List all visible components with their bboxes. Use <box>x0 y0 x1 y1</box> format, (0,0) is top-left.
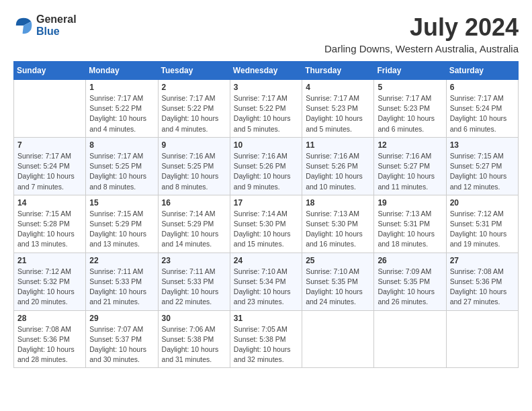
header-cell-monday: Monday <box>86 62 158 80</box>
day-number: 12 <box>378 140 442 150</box>
day-number: 29 <box>89 314 154 323</box>
day-info: Sunrise: 7:07 AMSunset: 5:37 PMDaylight:… <box>89 324 154 365</box>
day-info: Sunrise: 7:08 AMSunset: 5:36 PMDaylight:… <box>17 324 82 365</box>
calendar-cell <box>374 310 446 368</box>
day-number: 10 <box>234 140 298 150</box>
day-info: Sunrise: 7:17 AMSunset: 5:25 PMDaylight:… <box>89 151 154 192</box>
location-title: Darling Downs, Western Australia, Austra… <box>324 43 519 54</box>
calendar-cell: 9Sunrise: 7:16 AMSunset: 5:25 PMDaylight… <box>158 137 230 195</box>
header-cell-wednesday: Wednesday <box>230 62 302 80</box>
day-number: 30 <box>162 314 226 323</box>
day-info: Sunrise: 7:17 AMSunset: 5:24 PMDaylight:… <box>450 93 515 134</box>
day-info: Sunrise: 7:05 AMSunset: 5:38 PMDaylight:… <box>234 324 298 365</box>
day-number: 20 <box>450 198 515 208</box>
day-number: 11 <box>306 140 370 150</box>
day-info: Sunrise: 7:17 AMSunset: 5:23 PMDaylight:… <box>378 93 442 134</box>
calendar-cell: 23Sunrise: 7:11 AMSunset: 5:33 PMDayligh… <box>158 253 230 310</box>
day-info: Sunrise: 7:13 AMSunset: 5:31 PMDaylight:… <box>378 209 442 250</box>
calendar-cell: 1Sunrise: 7:17 AMSunset: 5:22 PMDaylight… <box>86 80 158 138</box>
calendar-cell: 31Sunrise: 7:05 AMSunset: 5:38 PMDayligh… <box>230 310 302 368</box>
calendar-cell: 17Sunrise: 7:14 AMSunset: 5:30 PMDayligh… <box>230 195 302 253</box>
day-info: Sunrise: 7:17 AMSunset: 5:24 PMDaylight:… <box>17 151 82 192</box>
header-cell-sunday: Sunday <box>14 62 86 80</box>
calendar-cell: 12Sunrise: 7:16 AMSunset: 5:27 PMDayligh… <box>374 137 446 195</box>
day-number: 7 <box>17 140 82 150</box>
calendar-cell: 2Sunrise: 7:17 AMSunset: 5:22 PMDaylight… <box>158 80 230 138</box>
day-info: Sunrise: 7:08 AMSunset: 5:36 PMDaylight:… <box>450 267 515 308</box>
day-number: 1 <box>89 83 154 92</box>
day-info: Sunrise: 7:12 AMSunset: 5:32 PMDaylight:… <box>17 267 82 308</box>
week-row-1: 7Sunrise: 7:17 AMSunset: 5:24 PMDaylight… <box>14 137 519 195</box>
week-row-2: 14Sunrise: 7:15 AMSunset: 5:28 PMDayligh… <box>14 195 519 253</box>
calendar-cell: 16Sunrise: 7:14 AMSunset: 5:29 PMDayligh… <box>158 195 230 253</box>
logo-icon <box>13 15 34 36</box>
week-row-0: 1Sunrise: 7:17 AMSunset: 5:22 PMDaylight… <box>14 80 519 138</box>
day-info: Sunrise: 7:17 AMSunset: 5:23 PMDaylight:… <box>306 93 370 134</box>
logo: General Blue <box>13 13 77 38</box>
calendar-cell: 8Sunrise: 7:17 AMSunset: 5:25 PMDaylight… <box>86 137 158 195</box>
calendar-cell <box>446 310 518 368</box>
calendar-cell: 5Sunrise: 7:17 AMSunset: 5:23 PMDaylight… <box>374 80 446 138</box>
day-info: Sunrise: 7:11 AMSunset: 5:33 PMDaylight:… <box>89 267 154 308</box>
calendar-cell: 24Sunrise: 7:10 AMSunset: 5:34 PMDayligh… <box>230 253 302 310</box>
day-info: Sunrise: 7:14 AMSunset: 5:29 PMDaylight:… <box>162 209 226 250</box>
header-cell-friday: Friday <box>374 62 446 80</box>
logo-text: General Blue <box>36 13 77 38</box>
calendar-cell: 20Sunrise: 7:12 AMSunset: 5:31 PMDayligh… <box>446 195 518 253</box>
day-info: Sunrise: 7:15 AMSunset: 5:27 PMDaylight:… <box>450 151 515 192</box>
day-info: Sunrise: 7:11 AMSunset: 5:33 PMDaylight:… <box>162 267 226 308</box>
calendar-cell: 13Sunrise: 7:15 AMSunset: 5:27 PMDayligh… <box>446 137 518 195</box>
calendar-header: SundayMondayTuesdayWednesdayThursdayFrid… <box>14 62 519 80</box>
calendar-cell: 15Sunrise: 7:15 AMSunset: 5:29 PMDayligh… <box>86 195 158 253</box>
day-number: 28 <box>17 314 82 323</box>
page-header: General Blue July 2024 Darling Downs, We… <box>13 13 519 54</box>
calendar-cell: 27Sunrise: 7:08 AMSunset: 5:36 PMDayligh… <box>446 253 518 310</box>
calendar-cell: 3Sunrise: 7:17 AMSunset: 5:22 PMDaylight… <box>230 80 302 138</box>
calendar-body: 1Sunrise: 7:17 AMSunset: 5:22 PMDaylight… <box>14 80 519 368</box>
day-number: 2 <box>162 83 226 92</box>
calendar-cell <box>302 310 374 368</box>
day-number: 23 <box>162 256 226 265</box>
day-info: Sunrise: 7:16 AMSunset: 5:26 PMDaylight:… <box>306 151 370 192</box>
week-row-4: 28Sunrise: 7:08 AMSunset: 5:36 PMDayligh… <box>14 310 519 368</box>
calendar-cell: 6Sunrise: 7:17 AMSunset: 5:24 PMDaylight… <box>446 80 518 138</box>
day-number: 19 <box>378 198 442 208</box>
day-number: 14 <box>17 198 82 208</box>
day-number: 3 <box>234 83 298 92</box>
day-number: 17 <box>234 198 298 208</box>
day-info: Sunrise: 7:17 AMSunset: 5:22 PMDaylight:… <box>162 93 226 134</box>
day-number: 24 <box>234 256 298 265</box>
day-info: Sunrise: 7:10 AMSunset: 5:35 PMDaylight:… <box>306 267 370 308</box>
calendar-cell <box>14 80 86 138</box>
month-title: July 2024 <box>324 13 519 42</box>
calendar-cell: 29Sunrise: 7:07 AMSunset: 5:37 PMDayligh… <box>86 310 158 368</box>
calendar-cell: 18Sunrise: 7:13 AMSunset: 5:30 PMDayligh… <box>302 195 374 253</box>
day-number: 4 <box>306 83 370 92</box>
calendar-cell: 7Sunrise: 7:17 AMSunset: 5:24 PMDaylight… <box>14 137 86 195</box>
day-info: Sunrise: 7:09 AMSunset: 5:35 PMDaylight:… <box>378 267 442 308</box>
day-info: Sunrise: 7:16 AMSunset: 5:27 PMDaylight:… <box>378 151 442 192</box>
calendar-cell: 26Sunrise: 7:09 AMSunset: 5:35 PMDayligh… <box>374 253 446 310</box>
day-number: 5 <box>378 83 442 92</box>
day-info: Sunrise: 7:17 AMSunset: 5:22 PMDaylight:… <box>89 93 154 134</box>
title-block: July 2024 Darling Downs, Western Austral… <box>324 13 519 54</box>
calendar-table: SundayMondayTuesdayWednesdayThursdayFrid… <box>13 61 519 368</box>
calendar-cell: 28Sunrise: 7:08 AMSunset: 5:36 PMDayligh… <box>14 310 86 368</box>
day-info: Sunrise: 7:15 AMSunset: 5:28 PMDaylight:… <box>17 209 82 250</box>
day-info: Sunrise: 7:17 AMSunset: 5:22 PMDaylight:… <box>234 93 298 134</box>
calendar-cell: 22Sunrise: 7:11 AMSunset: 5:33 PMDayligh… <box>86 253 158 310</box>
day-number: 22 <box>89 256 154 265</box>
day-number: 16 <box>162 198 226 208</box>
day-number: 13 <box>450 140 515 150</box>
day-number: 8 <box>89 140 154 150</box>
day-number: 26 <box>378 256 442 265</box>
day-number: 21 <box>17 256 82 265</box>
calendar-cell: 19Sunrise: 7:13 AMSunset: 5:31 PMDayligh… <box>374 195 446 253</box>
day-info: Sunrise: 7:16 AMSunset: 5:26 PMDaylight:… <box>234 151 298 192</box>
header-cell-tuesday: Tuesday <box>158 62 230 80</box>
day-info: Sunrise: 7:06 AMSunset: 5:38 PMDaylight:… <box>162 324 226 365</box>
day-info: Sunrise: 7:15 AMSunset: 5:29 PMDaylight:… <box>89 209 154 250</box>
calendar-cell: 30Sunrise: 7:06 AMSunset: 5:38 PMDayligh… <box>158 310 230 368</box>
header-cell-saturday: Saturday <box>446 62 518 80</box>
day-number: 15 <box>89 198 154 208</box>
